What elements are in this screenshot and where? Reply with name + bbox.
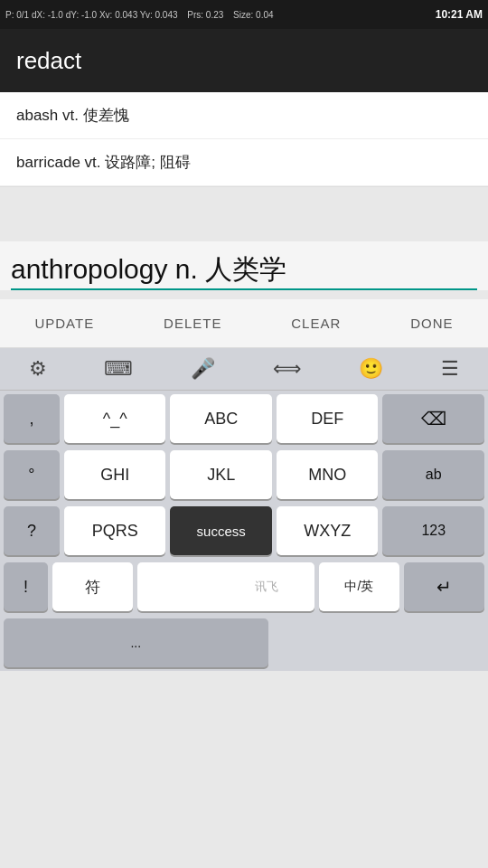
status-bar: P: 0/1 dX: -1.0 dY: -1.0 Xv: 0.043 Yv: 0…	[0, 0, 488, 29]
key-mno[interactable]: MNO	[277, 450, 379, 499]
key-row-2: ° GHI JKL MNO ab	[0, 447, 488, 503]
result-item-1[interactable]: abash vt. 使差愧	[0, 92, 488, 139]
status-debug: P: 0/1 dX: -1.0 dY: -1.0 Xv: 0.043 Yv: 0…	[5, 10, 178, 20]
key-abc[interactable]: ABC	[170, 394, 272, 443]
key-caret[interactable]: ^_^	[64, 394, 166, 443]
keyboard-icon[interactable]: ⌨	[104, 357, 133, 381]
title-bar: redact	[0, 29, 488, 92]
app-title: redact	[16, 47, 81, 75]
key-exclamation[interactable]: !	[4, 562, 48, 611]
action-buttons: UPDATE DELETE CLEAR DONE	[0, 299, 488, 348]
key-def[interactable]: DEF	[277, 394, 379, 443]
key-pqrs[interactable]: PQRS	[64, 506, 166, 555]
cursor-icon[interactable]: ⟺	[273, 357, 302, 381]
emoji-icon[interactable]: 🙂	[359, 357, 383, 381]
keyboard: , ^_^ ABC DEF ⌫ ° GHI JKL MNO ab ? PQRS …	[0, 391, 488, 671]
key-ghi[interactable]: GHI	[64, 450, 166, 499]
key-row-1: , ^_^ ABC DEF ⌫	[0, 391, 488, 447]
key-question[interactable]: ?	[4, 506, 60, 555]
key-comma[interactable]: ,	[4, 394, 60, 443]
input-area	[0, 241, 488, 290]
key-123[interactable]: 123	[382, 506, 484, 555]
search-results: abash vt. 使差愧 barricade vt. 设路障; 阻碍	[0, 92, 488, 187]
key-ab[interactable]: ab	[382, 450, 484, 499]
key-ellipsis[interactable]: ...	[4, 618, 268, 667]
key-lang[interactable]: 中/英	[319, 562, 399, 611]
key-degree[interactable]: °	[4, 450, 60, 499]
key-wxyz[interactable]: WXYZ	[277, 506, 379, 555]
key-row-5: ...	[0, 615, 488, 671]
key-fu[interactable]: 符	[52, 562, 133, 611]
word-input[interactable]	[11, 254, 477, 290]
done-button[interactable]: DONE	[401, 312, 462, 335]
status-prs: Prs: 0.23	[187, 10, 223, 20]
key-space[interactable]: 讯飞	[137, 562, 314, 611]
status-time: 10:21 AM	[436, 8, 483, 21]
key-backspace[interactable]: ⌫	[382, 394, 484, 443]
key-row-3: ? PQRS success WXYZ 123	[0, 503, 488, 559]
gear-icon[interactable]: ⚙	[29, 357, 47, 381]
mic-icon[interactable]: 🎤	[191, 357, 215, 381]
keyboard-toolbar: ⚙ ⌨ 🎤 ⟺ 🙂 ☰	[0, 348, 488, 391]
key-success[interactable]: success	[170, 506, 272, 555]
status-left: P: 0/1 dX: -1.0 dY: -1.0 Xv: 0.043 Yv: 0…	[5, 10, 432, 20]
update-button[interactable]: UPDATE	[25, 312, 103, 335]
key-row-4: ! 符 讯飞 中/英 ↵	[0, 559, 488, 615]
key-jkl[interactable]: JKL	[170, 450, 272, 499]
key-enter[interactable]: ↵	[404, 562, 484, 611]
result-item-2[interactable]: barricade vt. 设路障; 阻碍	[0, 139, 488, 186]
status-size: Size: 0.04	[233, 10, 273, 20]
collapse-icon[interactable]: ☰	[441, 357, 459, 381]
delete-button[interactable]: DELETE	[155, 312, 230, 335]
clear-button[interactable]: CLEAR	[282, 312, 350, 335]
